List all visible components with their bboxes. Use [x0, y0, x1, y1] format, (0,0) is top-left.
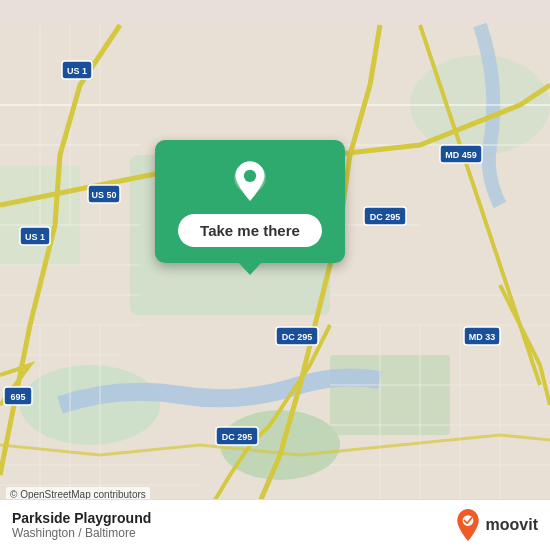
location-pin-icon — [228, 160, 272, 204]
map-container: US 1 US 1 US 50 MD 459 DC 295 DC 295 DC … — [0, 0, 550, 550]
location-name: Parkside Playground — [12, 510, 151, 526]
svg-text:695: 695 — [10, 392, 25, 402]
moovit-text: moovit — [486, 516, 538, 534]
svg-text:MD 33: MD 33 — [469, 332, 496, 342]
svg-text:MD 459: MD 459 — [445, 150, 477, 160]
svg-text:DC 295: DC 295 — [370, 212, 401, 222]
moovit-pin-icon — [454, 508, 482, 542]
svg-point-53 — [244, 170, 256, 182]
moovit-logo: moovit — [454, 508, 538, 542]
location-info: Parkside Playground Washington / Baltimo… — [12, 510, 151, 540]
popup-card: Take me there — [155, 140, 345, 263]
svg-text:US 1: US 1 — [25, 232, 45, 242]
svg-text:DC 295: DC 295 — [282, 332, 313, 342]
location-sub: Washington / Baltimore — [12, 526, 151, 540]
info-bar: Parkside Playground Washington / Baltimo… — [0, 499, 550, 550]
map-background: US 1 US 1 US 50 MD 459 DC 295 DC 295 DC … — [0, 0, 550, 550]
svg-rect-4 — [330, 355, 450, 435]
svg-text:US 50: US 50 — [91, 190, 116, 200]
svg-text:DC 295: DC 295 — [222, 432, 253, 442]
svg-text:US 1: US 1 — [67, 66, 87, 76]
take-me-there-button[interactable]: Take me there — [178, 214, 322, 247]
